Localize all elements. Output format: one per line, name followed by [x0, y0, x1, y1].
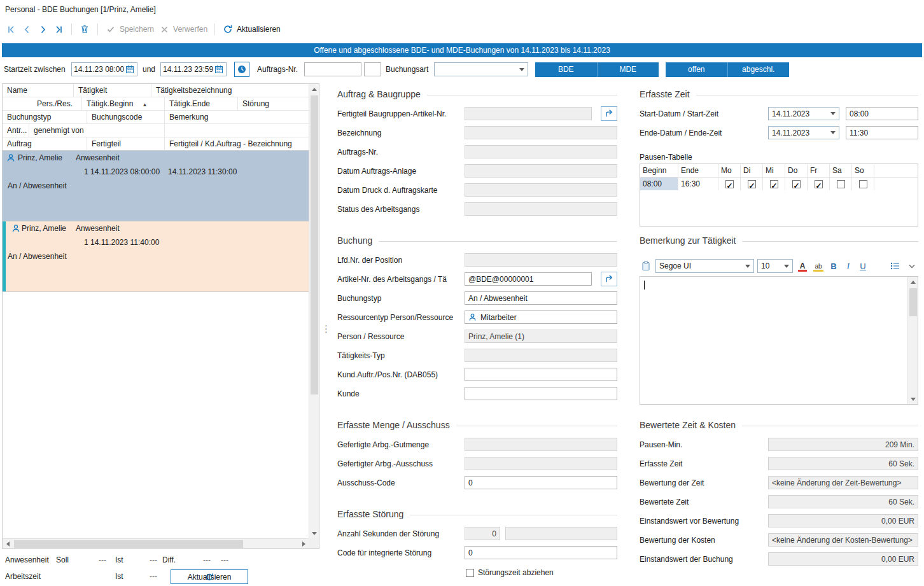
italic-button[interactable]: I — [843, 261, 854, 271]
scroll-left-button[interactable] — [3, 539, 13, 549]
pause-sa-checkbox[interactable] — [837, 180, 845, 188]
column-header-taetigk-ende[interactable]: Tätigk.Ende — [165, 97, 238, 111]
font-size-combo[interactable]: 10 — [757, 259, 793, 273]
bemerkung-editor[interactable] — [640, 276, 918, 405]
column-header-bemerkung[interactable]: Bemerkung — [165, 111, 310, 124]
discard-button[interactable]: Verwerfen — [158, 24, 207, 35]
font-color-icon[interactable]: A — [796, 260, 809, 272]
nav-next-icon[interactable] — [37, 24, 48, 35]
kunde-input[interactable] — [465, 387, 617, 400]
pause-fr-checkbox[interactable] — [815, 180, 823, 188]
highlight-color-icon[interactable]: ab — [812, 260, 825, 272]
stoerung-code-input[interactable] — [465, 546, 617, 559]
calendar-icon[interactable] — [124, 64, 136, 75]
column-header-buchungscode[interactable]: Buchungscode — [87, 111, 165, 124]
pause-so-checkbox[interactable] — [859, 180, 867, 188]
pause-col-ende[interactable]: Ende — [678, 164, 718, 177]
pause-di-checkbox[interactable] — [748, 180, 756, 188]
fertigteil-baugruppen-artikel-nr-input[interactable] — [465, 107, 592, 120]
auftrags-nr-input[interactable] — [304, 62, 361, 76]
booking-row[interactable]: Prinz, Amelie Anwesenheit 1 14.11.2023 0… — [3, 151, 310, 221]
ende-datum-combo[interactable]: 14.11.2023 — [768, 126, 839, 139]
start-date-field[interactable] — [74, 65, 124, 74]
jump-to-record-button[interactable] — [601, 272, 617, 286]
status-refresh-button[interactable]: Aktualisieren — [171, 569, 248, 584]
taetigkeits-typ-input[interactable] — [465, 349, 617, 362]
column-header-buchungstyp[interactable]: Buchungstyp — [3, 111, 87, 124]
mde-button[interactable]: MDE — [598, 62, 659, 77]
pause-col-di[interactable]: Di — [741, 164, 763, 177]
datum-auftrags-anlage-input[interactable] — [465, 164, 617, 178]
pause-ende-cell[interactable]: 16:30 — [678, 178, 718, 190]
stoerung-sekunden-input[interactable] — [465, 527, 500, 540]
pause-col-fr[interactable]: Fr — [808, 164, 830, 177]
ausschuss-code-input[interactable] — [465, 476, 617, 489]
ressourcentyp-button[interactable]: Mitarbeiter — [465, 310, 617, 324]
gutmenge-input[interactable] — [465, 438, 617, 451]
column-header-taetigkeit[interactable]: Tätigkeit — [74, 84, 151, 97]
bde-button[interactable]: BDE — [535, 62, 598, 77]
nav-prev-icon[interactable] — [21, 24, 32, 35]
scroll-up-button[interactable] — [309, 84, 319, 94]
start-zeit-input[interactable] — [846, 107, 918, 120]
pause-col-mo[interactable]: Mo — [718, 164, 741, 177]
bullet-list-icon[interactable] — [888, 260, 901, 272]
buchungstyp-input[interactable] — [465, 291, 617, 305]
pause-col-sa[interactable]: Sa — [830, 164, 852, 177]
time-range-button[interactable] — [234, 62, 249, 77]
status-arbeitsgang-input[interactable] — [465, 202, 617, 216]
font-name-combo[interactable]: Segoe UI — [655, 259, 754, 273]
column-header-pers-res[interactable]: Pers./Res. — [3, 97, 82, 111]
pause-col-so[interactable]: So — [852, 164, 874, 177]
column-header-fertigteil[interactable]: Fertigteil — [87, 137, 165, 151]
scroll-down-button[interactable] — [908, 394, 918, 404]
column-header-antr[interactable]: Antr... — [3, 124, 29, 137]
booking-row[interactable]: Prinz, Amelie Anwesenheit 1 14.11.2023 1… — [3, 221, 310, 292]
bezeichnung-input[interactable] — [465, 126, 617, 139]
scroll-up-button[interactable] — [908, 277, 918, 287]
lfd-nr-position-input[interactable] — [465, 253, 617, 267]
pause-do-checkbox[interactable] — [792, 180, 801, 188]
delete-icon[interactable] — [79, 24, 90, 35]
pause-col-beginn[interactable]: Beginn — [640, 164, 678, 177]
refresh-toolbar-button[interactable]: Aktualisieren — [222, 24, 281, 35]
column-header-taetigk-beginn[interactable]: Tätigk.Beginn — [82, 97, 165, 111]
pause-mo-checkbox[interactable] — [725, 180, 734, 188]
scrollbar-thumb[interactable] — [14, 540, 243, 548]
scrollbar-thumb[interactable] — [909, 288, 917, 316]
kundauftr-pos-nr-input[interactable] — [465, 368, 617, 381]
person-ressource-input[interactable] — [465, 330, 617, 343]
start-date-input[interactable] — [71, 62, 137, 76]
nav-last-icon[interactable] — [53, 24, 64, 35]
pause-beginn-cell[interactable]: 08:00 — [640, 178, 678, 190]
jump-to-record-button[interactable] — [601, 106, 617, 121]
underline-button[interactable]: U — [857, 262, 869, 271]
pause-row[interactable]: 08:00 16:30 — [640, 178, 918, 190]
toolbar-overflow-chevron-icon[interactable] — [906, 260, 918, 272]
column-header-stoerung[interactable]: Störung — [238, 97, 310, 111]
bewertung-der-kosten-field[interactable] — [768, 533, 918, 547]
pause-col-mi[interactable]: Mi — [763, 164, 785, 177]
auftrags-nr-field[interactable] — [465, 145, 617, 158]
end-date-field[interactable] — [163, 65, 213, 74]
pause-col-do[interactable]: Do — [785, 164, 808, 177]
end-date-input[interactable] — [160, 62, 227, 76]
column-header-auftrag[interactable]: Auftrag — [3, 137, 87, 151]
column-header-fertigteil-bezeichnung[interactable]: Fertigteil / Kd.Auftrag - Bezeichnung — [165, 137, 310, 151]
datum-druck-auftragskarte-input[interactable] — [465, 183, 617, 197]
scroll-right-button[interactable] — [298, 539, 309, 549]
scroll-down-button[interactable] — [309, 528, 319, 538]
scrollbar-thumb[interactable] — [311, 95, 318, 394]
ausschuss-input[interactable] — [465, 457, 617, 470]
artikel-nr-arbeitsgang-input[interactable] — [465, 272, 592, 286]
save-button[interactable]: Speichern — [105, 24, 154, 35]
pause-mi-checkbox[interactable] — [770, 180, 778, 188]
nav-first-icon[interactable] — [5, 24, 17, 35]
grid-horizontal-scrollbar[interactable] — [3, 538, 309, 548]
paste-icon[interactable] — [640, 260, 652, 272]
buchungsart-combo[interactable] — [434, 62, 528, 76]
editor-vertical-scrollbar[interactable] — [907, 277, 918, 404]
start-datum-combo[interactable]: 14.11.2023 — [768, 107, 839, 120]
column-header-name[interactable]: Name — [3, 84, 74, 97]
column-header-taetigkeitsbezeichnung[interactable]: Tätigkeitsbezeichnung — [151, 84, 310, 97]
